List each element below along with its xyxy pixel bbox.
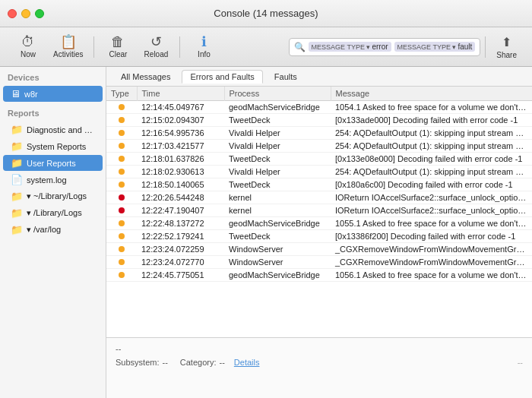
severity-dot bbox=[119, 220, 125, 226]
filter-key-2: MESSAGE TYPE ▾ bbox=[397, 43, 457, 51]
sidebar-item-system[interactable]: 📁System Reports bbox=[3, 138, 103, 154]
category-val: -- bbox=[220, 358, 225, 367]
row-process: TweetDeck bbox=[224, 178, 331, 191]
toolbar-sep-2 bbox=[179, 36, 180, 58]
severity-dot bbox=[119, 104, 125, 110]
sidebar-item-label: ▾ /var/log bbox=[27, 225, 61, 235]
row-time: 12:24:45.775051 bbox=[137, 269, 224, 282]
table-row[interactable]: 12:23:24.072259 WindowServer _CGXRemoveW… bbox=[106, 243, 532, 256]
sidebar-item-syslog[interactable]: 📄system.log bbox=[3, 172, 103, 188]
maximize-button[interactable] bbox=[35, 9, 44, 18]
log-table-container[interactable]: Type Time Process Message 12:14:45.04976… bbox=[106, 87, 532, 337]
filter-pill-1[interactable]: MESSAGE TYPE ▾ error bbox=[309, 42, 391, 52]
table-row[interactable]: 12:18:50.140065 TweetDeck [0x180a6c00] D… bbox=[106, 178, 532, 191]
sidebar-item-device[interactable]: 🖥 w8r bbox=[3, 86, 103, 102]
table-row[interactable]: 12:15:02.094307 TweetDeck [0x133ade000] … bbox=[106, 114, 532, 127]
filter-pill-2[interactable]: MESSAGE TYPE ▾ fault bbox=[394, 42, 476, 52]
row-message: IOReturn IOAccelSurface2::surface_unlock… bbox=[331, 191, 532, 204]
table-row[interactable]: 12:20:26.544248 kernel IOReturn IOAccelS… bbox=[106, 191, 532, 204]
close-button[interactable] bbox=[8, 9, 17, 18]
row-message: _CGXRemoveWindowFromWindowMovementGroup:… bbox=[331, 243, 532, 256]
clear-icon: 🗑 bbox=[111, 35, 125, 49]
info-button[interactable]: ℹ Info bbox=[185, 30, 223, 64]
severity-dot bbox=[119, 130, 125, 136]
filter-val-2: fault bbox=[458, 43, 472, 51]
row-process: TweetDeck bbox=[224, 114, 331, 127]
row-type bbox=[106, 140, 137, 153]
row-message: 1055.1 Asked to free space for a volume … bbox=[331, 217, 532, 230]
row-type bbox=[106, 243, 137, 256]
row-type bbox=[106, 114, 137, 127]
content-area: All MessagesErrors and FaultsFaults Type… bbox=[106, 67, 532, 398]
tab-errors[interactable]: Errors and Faults bbox=[182, 70, 262, 84]
toolbar-sep-1 bbox=[93, 36, 94, 58]
table-row[interactable]: 12:16:54.995736 Vivaldi Helper 254: AQDe… bbox=[106, 127, 532, 140]
row-type bbox=[106, 230, 137, 243]
detail-right-val: -- bbox=[518, 358, 523, 367]
row-message: 1054.1 Asked to free space for a volume … bbox=[331, 101, 532, 114]
table-row[interactable]: 12:18:02.930613 Vivaldi Helper 254: AQDe… bbox=[106, 166, 532, 178]
reload-button[interactable]: ↺ Reload bbox=[137, 30, 175, 64]
sidebar-item-label: ▾ ~/Library/Logs bbox=[27, 191, 87, 201]
details-link[interactable]: Details bbox=[234, 358, 260, 367]
table-row[interactable]: 12:17:03.421577 Vivaldi Helper 254: AQDe… bbox=[106, 140, 532, 153]
th-message[interactable]: Message bbox=[331, 87, 532, 101]
row-message: [0x180a6c00] Decoding failed with error … bbox=[331, 178, 532, 191]
table-row[interactable]: 12:14:45.049767 geodMachServiceBridge 10… bbox=[106, 101, 532, 114]
table-row[interactable]: 12:22:48.137272 geodMachServiceBridge 10… bbox=[106, 217, 532, 230]
severity-dot bbox=[119, 259, 125, 265]
share-button[interactable]: ⬆ Share bbox=[490, 32, 523, 62]
row-process: Vivaldi Helper bbox=[224, 166, 331, 178]
row-time: 12:22:47.190407 bbox=[137, 204, 224, 217]
row-time: 12:23:24.072770 bbox=[137, 256, 224, 269]
reports-label: Reports bbox=[0, 103, 106, 121]
sidebar-item-user[interactable]: 📁User Reports bbox=[3, 155, 103, 171]
table-row[interactable]: 12:22:47.190407 kernel IOReturn IOAccelS… bbox=[106, 204, 532, 217]
reload-icon: ↺ bbox=[150, 35, 162, 49]
detail-separator: -- bbox=[116, 344, 523, 353]
monitor-icon: 🖥 bbox=[11, 88, 21, 100]
table-header-row: Type Time Process Message bbox=[106, 87, 532, 101]
row-type bbox=[106, 204, 137, 217]
table-row[interactable]: 12:23:24.072770 WindowServer _CGXRemoveW… bbox=[106, 256, 532, 269]
sidebar-item-varlog[interactable]: 📁▾ /var/log bbox=[3, 222, 103, 238]
severity-dot bbox=[119, 117, 125, 123]
row-message: 254: AQDefaultOutput (1): skipping input… bbox=[331, 127, 532, 140]
severity-dot bbox=[119, 207, 125, 213]
row-time: 12:14:45.049767 bbox=[137, 101, 224, 114]
tab-faults[interactable]: Faults bbox=[266, 70, 306, 84]
row-time: 12:18:01.637826 bbox=[137, 153, 224, 166]
now-button[interactable]: ⏱ Now bbox=[9, 30, 47, 64]
sidebar-item-library-logs[interactable]: 📁▾ ~/Library/Logs bbox=[3, 188, 103, 204]
row-type bbox=[106, 101, 137, 114]
row-type bbox=[106, 217, 137, 230]
row-process: geodMachServiceBridge bbox=[224, 101, 331, 114]
table-row[interactable]: 12:18:01.637826 TweetDeck [0x133e08e000]… bbox=[106, 153, 532, 166]
table-row[interactable]: 12:22:52.179241 TweetDeck [0x13386f200] … bbox=[106, 230, 532, 243]
sidebar-item-label: User Reports bbox=[27, 159, 76, 168]
row-message: _CGXRemoveWindowFromWindowMovementGroup:… bbox=[331, 256, 532, 269]
activities-icon: 📋 bbox=[60, 35, 77, 49]
activities-button[interactable]: 📋 Activities bbox=[47, 30, 89, 64]
clear-button[interactable]: 🗑 Clear bbox=[99, 30, 137, 64]
minimize-button[interactable] bbox=[21, 9, 30, 18]
sidebar-item-library-logs2[interactable]: 📁▾ /Library/Logs bbox=[3, 205, 103, 221]
share-icon: ⬆ bbox=[502, 35, 511, 49]
row-message: [0x13386f200] Decoding failed with error… bbox=[331, 230, 532, 243]
row-time: 12:16:54.995736 bbox=[137, 127, 224, 140]
search-bar[interactable]: 🔍 MESSAGE TYPE ▾ error MESSAGE TYPE ▾ fa… bbox=[289, 38, 481, 56]
severity-dot bbox=[119, 169, 125, 175]
title-bar: Console (14 messages) bbox=[0, 0, 532, 27]
now-icon: ⏱ bbox=[21, 35, 35, 49]
th-process[interactable]: Process bbox=[224, 87, 331, 101]
row-process: Vivaldi Helper bbox=[224, 140, 331, 153]
th-type[interactable]: Type bbox=[106, 87, 137, 101]
sidebar-item-label: system.log bbox=[27, 175, 67, 185]
row-type bbox=[106, 256, 137, 269]
th-time[interactable]: Time bbox=[137, 87, 224, 101]
tab-all[interactable]: All Messages bbox=[112, 70, 179, 84]
sidebar-item-diagnostic[interactable]: 📁Diagnostic and U… bbox=[3, 122, 103, 137]
table-body: 12:14:45.049767 geodMachServiceBridge 10… bbox=[106, 101, 532, 282]
table-row[interactable]: 12:24:45.775051 geodMachServiceBridge 10… bbox=[106, 269, 532, 282]
folder-icon: 📁 bbox=[11, 224, 23, 235]
